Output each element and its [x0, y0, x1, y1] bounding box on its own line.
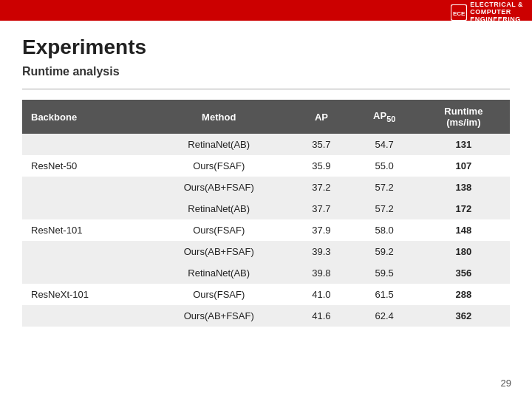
cell-ap50: 59.2: [352, 241, 417, 262]
cell-runtime: 148: [417, 219, 510, 241]
cell-backbone: [22, 177, 146, 198]
cell-method: Ours(AB+FSAF): [146, 305, 291, 327]
col-header-method: Method: [146, 100, 291, 134]
cell-runtime: 107: [417, 155, 510, 177]
cell-runtime: 180: [417, 241, 510, 262]
cell-backbone: ResNet-50: [22, 155, 146, 177]
cell-runtime: 356: [417, 262, 510, 284]
cell-ap: 35.7: [291, 134, 351, 155]
cell-ap50: 55.0: [352, 155, 417, 177]
cell-ap50: 54.7: [352, 134, 417, 155]
cell-backbone: [22, 134, 146, 155]
cell-ap: 41.0: [291, 284, 351, 305]
cell-ap50: 58.0: [352, 219, 417, 241]
results-table: Backbone Method AP AP50 Runtime(ms/im) R…: [22, 100, 510, 327]
svg-text:ECE: ECE: [453, 10, 466, 17]
cell-backbone: [22, 198, 146, 219]
col-header-ap: AP: [291, 100, 351, 134]
cell-method: Ours(FSAF): [146, 219, 291, 241]
table-row: RetinaNet(AB)35.754.7131: [22, 134, 510, 155]
cell-ap: 35.9: [291, 155, 351, 177]
logo-text: Electrical & Computer ENGINEERING: [470, 1, 523, 24]
col-header-runtime: Runtime(ms/im): [417, 100, 510, 134]
cell-runtime: 138: [417, 177, 510, 198]
cell-method: Ours(FSAF): [146, 155, 291, 177]
cell-ap: 41.6: [291, 305, 351, 327]
cell-runtime: 131: [417, 134, 510, 155]
cell-method: Ours(AB+FSAF): [146, 241, 291, 262]
cell-runtime: 362: [417, 305, 510, 327]
cell-ap50: 57.2: [352, 177, 417, 198]
col-header-ap50: AP50: [352, 100, 417, 134]
logo-icon: ECE: [451, 4, 467, 21]
cell-backbone: [22, 241, 146, 262]
cell-ap: 39.8: [291, 262, 351, 284]
table-header-row: Backbone Method AP AP50 Runtime(ms/im): [22, 100, 510, 134]
table-row: Ours(AB+FSAF)37.257.2138: [22, 177, 510, 198]
cell-method: RetinaNet(AB): [146, 198, 291, 219]
cell-backbone: ResNeXt-101: [22, 284, 146, 305]
top-bar: ECE Electrical & Computer ENGINEERING: [0, 0, 532, 21]
cell-ap: 37.9: [291, 219, 351, 241]
section-title: Runtime analysis: [22, 65, 510, 78]
page-number: 29: [501, 378, 511, 389]
cell-ap50: 57.2: [352, 198, 417, 219]
col-header-backbone: Backbone: [22, 100, 146, 134]
cell-method: RetinaNet(AB): [146, 262, 291, 284]
cell-runtime: 288: [417, 284, 510, 305]
cell-ap50: 62.4: [352, 305, 417, 327]
cell-runtime: 172: [417, 198, 510, 219]
cell-ap: 37.7: [291, 198, 351, 219]
cell-ap: 37.2: [291, 177, 351, 198]
cell-backbone: ResNet-101: [22, 219, 146, 241]
table-row: ResNeXt-101Ours(FSAF)41.061.5288: [22, 284, 510, 305]
cell-ap50: 59.5: [352, 262, 417, 284]
table-row: ResNet-50Ours(FSAF)35.955.0107: [22, 155, 510, 177]
main-content: Experiments Runtime analysis Backbone Me…: [0, 21, 532, 338]
divider: [22, 89, 510, 89]
cell-ap: 39.3: [291, 241, 351, 262]
table-row: Ours(AB+FSAF)41.662.4362: [22, 305, 510, 327]
table-row: RetinaNet(AB)37.757.2172: [22, 198, 510, 219]
cell-ap50: 61.5: [352, 284, 417, 305]
cell-method: Ours(AB+FSAF): [146, 177, 291, 198]
cell-backbone: [22, 305, 146, 327]
table-row: Ours(AB+FSAF)39.359.2180: [22, 241, 510, 262]
cell-backbone: [22, 262, 146, 284]
page-title: Experiments: [22, 35, 510, 59]
table-row: RetinaNet(AB)39.859.5356: [22, 262, 510, 284]
cell-method: Ours(FSAF): [146, 284, 291, 305]
cell-method: RetinaNet(AB): [146, 134, 291, 155]
table-row: ResNet-101Ours(FSAF)37.958.0148: [22, 219, 510, 241]
logo-area: ECE Electrical & Computer ENGINEERING: [451, 1, 523, 24]
